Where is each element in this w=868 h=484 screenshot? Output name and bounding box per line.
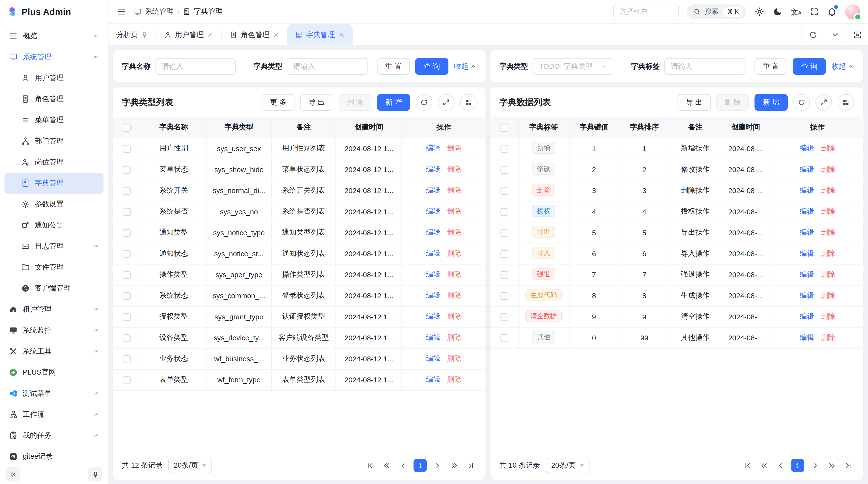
sidebar-item-file-management[interactable]: 文件管理 <box>4 257 103 278</box>
edit-link[interactable]: 编辑 <box>426 333 440 341</box>
delete-button[interactable]: 删 除 <box>716 94 749 110</box>
next-page-button[interactable] <box>431 459 444 472</box>
reset-button[interactable]: 重 置 <box>754 58 787 74</box>
column-settings-button[interactable] <box>838 94 854 110</box>
delete-link[interactable]: 删除 <box>821 312 835 320</box>
delete-link[interactable]: 删除 <box>447 144 462 152</box>
delete-link[interactable]: 删除 <box>447 312 462 320</box>
sidebar-item-post-management[interactable]: 岗位管理 <box>4 152 103 172</box>
row-checkbox[interactable] <box>500 166 508 173</box>
dict-name-input[interactable] <box>155 58 236 74</box>
edit-link[interactable]: 编辑 <box>800 186 814 194</box>
sidebar-item-role-management[interactable]: 角色管理 <box>4 89 103 109</box>
pin-sidebar-button[interactable] <box>88 467 102 482</box>
tenant-select-input[interactable] <box>613 4 679 19</box>
collapse-search-link[interactable]: 收起 <box>454 61 477 71</box>
query-button[interactable]: 查 询 <box>415 58 448 74</box>
row-checkbox[interactable] <box>123 313 131 321</box>
collapse-sidebar-button[interactable] <box>5 467 20 482</box>
edit-link[interactable]: 编辑 <box>800 270 814 278</box>
sidebar-item-plus-website[interactable]: PLUS官网 <box>4 362 103 383</box>
edit-link[interactable]: 编辑 <box>426 270 440 278</box>
delete-link[interactable]: 删除 <box>447 186 462 194</box>
row-checkbox[interactable] <box>500 313 508 321</box>
edit-link[interactable]: 编辑 <box>426 291 440 299</box>
dict-tag-input[interactable] <box>664 58 745 74</box>
edit-link[interactable]: 编辑 <box>800 207 814 215</box>
select-all-checkbox[interactable] <box>500 124 508 131</box>
reset-button[interactable]: 重 置 <box>377 58 410 74</box>
edit-link[interactable]: 编辑 <box>426 144 440 152</box>
row-checkbox[interactable] <box>500 145 508 153</box>
sidebar-item-menu-management[interactable]: 菜单管理 <box>4 110 103 131</box>
sidebar-item-tenant-management[interactable]: 租户管理 <box>4 299 103 320</box>
sidebar-item-system-tools[interactable]: 系统工具 <box>4 341 103 362</box>
sidebar-item-param-settings[interactable]: 参数设置 <box>4 194 103 215</box>
delete-link[interactable]: 删除 <box>821 207 835 215</box>
row-checkbox[interactable] <box>500 292 508 300</box>
delete-link[interactable]: 删除 <box>447 354 462 362</box>
pin-icon[interactable] <box>141 31 148 38</box>
delete-link[interactable]: 删除 <box>821 144 835 152</box>
prev-page-button[interactable] <box>774 459 787 472</box>
tab-options-button[interactable] <box>824 24 846 45</box>
sidebar-item-notice[interactable]: 通知公告 <box>4 215 103 236</box>
row-checkbox[interactable] <box>500 187 508 195</box>
edit-link[interactable]: 编辑 <box>426 375 440 384</box>
delete-link[interactable]: 删除 <box>821 228 835 236</box>
row-checkbox[interactable] <box>500 229 508 237</box>
close-icon[interactable] <box>207 31 214 38</box>
delete-link[interactable]: 删除 <box>447 165 462 173</box>
next-5-pages-button[interactable] <box>448 459 460 472</box>
row-checkbox[interactable] <box>123 250 131 258</box>
row-checkbox[interactable] <box>123 355 131 363</box>
delete-link[interactable]: 删除 <box>447 333 462 341</box>
row-checkbox[interactable] <box>123 271 131 279</box>
delete-link[interactable]: 删除 <box>821 270 835 278</box>
settings-gear-icon[interactable] <box>754 7 764 17</box>
dict-type-select[interactable]: TODO: 字典类型 <box>533 58 613 74</box>
delete-link[interactable]: 删除 <box>821 333 835 341</box>
first-page-button[interactable] <box>364 459 376 472</box>
refresh-table-button[interactable] <box>416 94 432 110</box>
dict-type-input[interactable] <box>287 58 368 74</box>
last-page-button[interactable] <box>464 459 477 472</box>
avatar[interactable] <box>845 4 860 19</box>
column-settings-button[interactable] <box>460 94 477 110</box>
first-page-button[interactable] <box>741 459 753 472</box>
row-checkbox[interactable] <box>123 187 131 195</box>
close-icon[interactable] <box>338 31 345 38</box>
tab-dict-management[interactable]: 字典管理 <box>287 24 353 45</box>
delete-link[interactable]: 删除 <box>821 249 835 257</box>
tab-role-management[interactable]: 角色管理 <box>222 24 287 45</box>
select-all-checkbox[interactable] <box>123 124 131 131</box>
edit-link[interactable]: 编辑 <box>800 333 814 341</box>
current-page[interactable]: 1 <box>791 459 804 472</box>
delete-link[interactable]: 删除 <box>447 207 462 215</box>
delete-link[interactable]: 删除 <box>447 291 462 299</box>
next-5-pages-button[interactable] <box>825 459 838 472</box>
delete-button[interactable]: 删 除 <box>339 94 372 110</box>
edit-link[interactable]: 编辑 <box>426 207 440 215</box>
edit-link[interactable]: 编辑 <box>426 186 440 194</box>
page-size-select[interactable]: 20条/页 <box>168 458 212 473</box>
global-search[interactable]: 搜索 ⌘ K <box>687 4 746 19</box>
translate-icon[interactable]: 文A <box>791 8 802 15</box>
current-page[interactable]: 1 <box>413 459 427 472</box>
edit-link[interactable]: 编辑 <box>426 165 440 173</box>
row-checkbox[interactable] <box>500 334 508 342</box>
delete-link[interactable]: 删除 <box>447 249 462 257</box>
add-button[interactable]: 新 增 <box>377 94 410 110</box>
row-checkbox[interactable] <box>123 334 131 342</box>
notifications-bell-icon[interactable] <box>827 7 837 17</box>
sidebar-item-department-management[interactable]: 部门管理 <box>4 131 103 152</box>
close-icon[interactable] <box>273 31 280 38</box>
prev-page-button[interactable] <box>397 459 409 472</box>
tab-analysis[interactable]: 分析页 <box>108 24 156 45</box>
edit-link[interactable]: 编辑 <box>800 312 814 320</box>
content-fullscreen-button[interactable] <box>846 24 868 45</box>
sidebar-item-system-monitor[interactable]: 系统监控 <box>4 320 103 341</box>
prev-5-pages-button[interactable] <box>380 459 393 472</box>
edit-link[interactable]: 编辑 <box>800 165 814 173</box>
row-checkbox[interactable] <box>123 145 131 153</box>
